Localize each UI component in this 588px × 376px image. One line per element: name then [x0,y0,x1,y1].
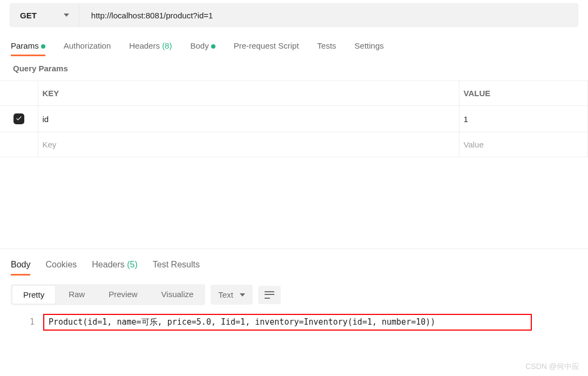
view-mode-tabs: Pretty Raw Preview Visualize [11,284,205,305]
row-checkbox[interactable] [13,113,24,124]
tab-prerequest[interactable]: Pre-request Script [234,41,299,56]
table-row: id 1 [0,106,588,132]
chevron-down-icon [240,293,245,297]
response-tabs: Body Cookies Headers (5) Test Results [0,249,588,276]
column-value: VALUE [459,81,588,106]
resp-tab-body[interactable]: Body [11,260,30,276]
response-toolbar: Pretty Raw Preview Visualize Text [0,276,588,314]
param-key-cell[interactable]: id [38,106,459,132]
tab-authorization[interactable]: Authorization [64,41,111,56]
resp-tab-testresults[interactable]: Test Results [153,260,200,276]
spacer [0,157,588,249]
check-icon [15,115,23,123]
wrap-button[interactable] [258,286,281,304]
wrap-icon [265,291,274,299]
params-table: KEY VALUE id 1 Key Value [0,80,588,157]
table-header-row: KEY VALUE [0,81,588,106]
view-tab-preview[interactable]: Preview [97,284,149,305]
request-tabs: Params Authorization Headers (8) Body Pr… [0,27,588,56]
http-method-select[interactable]: GET [10,4,79,26]
line-number: 1 [11,314,43,331]
response-body: 1 Product(id=1, name=可乐, price=5.0, Iid=… [0,314,588,331]
query-params-title: Query Params [0,56,588,80]
format-label: Text [218,290,233,299]
resp-tab-headers[interactable]: Headers (5) [92,260,138,276]
response-content[interactable]: Product(id=1, name=可乐, price=5.0, Iid=1,… [43,314,532,331]
param-key-placeholder[interactable]: Key [38,132,459,157]
param-value-placeholder[interactable]: Value [459,132,588,157]
watermark: CSDN @何中应 [525,362,579,372]
tab-headers[interactable]: Headers (8) [129,41,172,56]
tab-params[interactable]: Params [11,41,45,56]
table-row-empty: Key Value [0,132,588,157]
chevron-down-icon [64,14,69,17]
dot-icon [211,44,215,49]
tab-settings[interactable]: Settings [355,41,384,56]
format-select[interactable]: Text [211,285,253,305]
view-tab-pretty[interactable]: Pretty [12,285,56,304]
tab-body[interactable]: Body [190,41,215,56]
dot-icon [41,44,45,49]
tab-tests[interactable]: Tests [317,41,336,56]
resp-tab-cookies[interactable]: Cookies [45,260,77,276]
url-input[interactable]: http://localhost:8081/product?id=1 [79,4,578,26]
http-method-label: GET [20,11,37,20]
param-value-cell[interactable]: 1 [459,106,588,132]
view-tab-visualize[interactable]: Visualize [150,284,206,305]
view-tab-raw[interactable]: Raw [57,284,97,305]
url-text: http://localhost:8081/product?id=1 [91,11,213,20]
column-key: KEY [38,81,459,106]
